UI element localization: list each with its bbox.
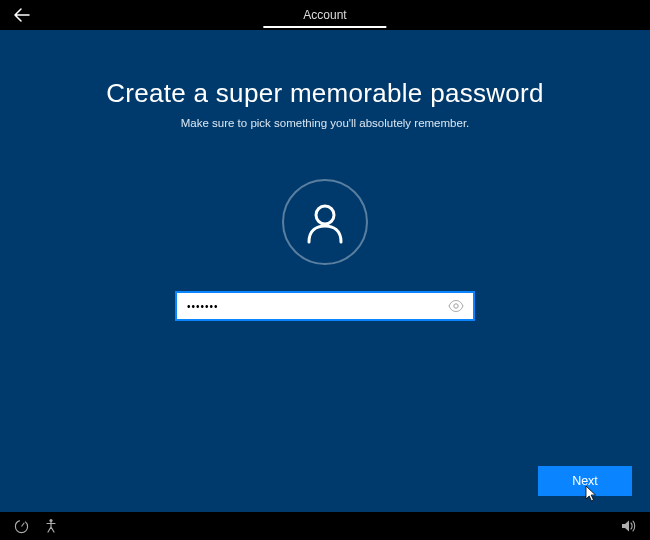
back-button[interactable] [6,0,38,30]
accessibility-button[interactable] [40,515,62,537]
ease-of-access-icon [14,519,29,534]
avatar [282,179,368,265]
bottom-bar [0,512,650,540]
password-input[interactable]: ••••••• [175,291,475,321]
volume-icon [621,519,637,533]
ease-of-access-button[interactable] [10,515,32,537]
page-subtitle: Make sure to pick something you'll absol… [181,117,470,129]
user-icon [301,198,349,246]
main-panel: Create a super memorable password Make s… [0,30,650,512]
svg-point-0 [316,206,334,224]
volume-button[interactable] [618,515,640,537]
back-arrow-icon [14,7,30,23]
next-button-label: Next [572,474,598,488]
svg-point-1 [454,304,458,308]
accessibility-icon [44,518,58,534]
tab-label: Account [303,8,346,22]
reveal-password-button[interactable] [447,297,465,315]
top-bar: Account [0,0,650,30]
page-title: Create a super memorable password [106,78,544,109]
password-value: ••••••• [187,301,447,312]
next-button[interactable]: Next [538,466,632,496]
tab-account[interactable]: Account [263,2,386,28]
eye-icon [448,300,464,312]
